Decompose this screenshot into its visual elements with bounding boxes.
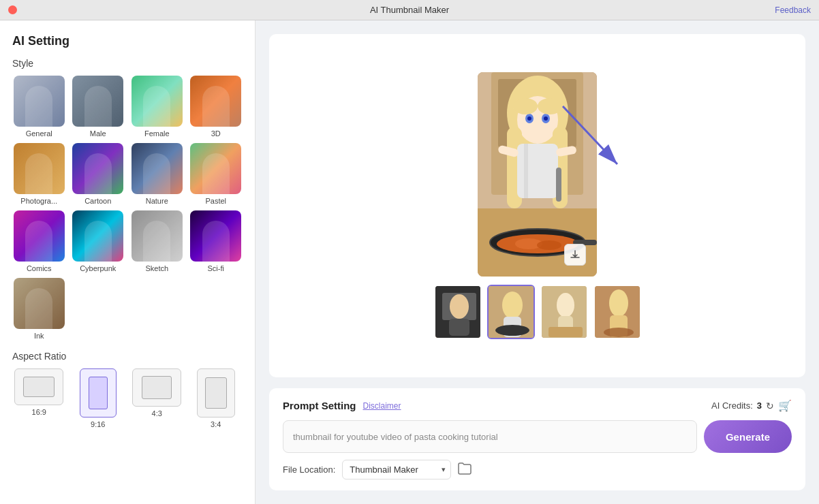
style-img-cartoon <box>72 143 123 194</box>
aspect-section-label: Aspect Ratio <box>12 351 243 362</box>
prompt-input[interactable] <box>283 420 697 453</box>
style-item-scifi[interactable]: Sci-fi <box>189 210 243 272</box>
style-label-cartoon: Cartoon <box>84 197 111 205</box>
aspect-item-16-9[interactable]: 16:9 <box>12 368 66 428</box>
style-item-3d[interactable]: 3D <box>189 76 243 138</box>
feedback-link[interactable]: Feedback <box>775 5 811 15</box>
style-img-cyberpunk <box>72 210 123 262</box>
style-item-ink[interactable]: Ink <box>12 278 66 340</box>
aspect-ratio-section: Aspect Ratio 16:9 9:16 <box>12 351 243 428</box>
download-button[interactable] <box>564 244 586 266</box>
aspect-inner-4-3 <box>142 376 172 399</box>
generate-button[interactable]: Generate <box>704 420 792 453</box>
aspect-inner-9-16 <box>89 377 108 409</box>
style-label-nature: Nature <box>146 197 168 205</box>
file-location-label: File Location: <box>283 464 335 475</box>
prompt-title-group: Prompt Setting Disclaimer <box>283 400 401 411</box>
svg-point-18 <box>538 98 562 114</box>
app-title: AI Thumbnail Maker <box>370 5 449 15</box>
aspect-label-3-4: 3:4 <box>211 420 221 428</box>
aspect-box-4-3 <box>132 368 181 407</box>
aspect-box-3-4 <box>197 368 235 418</box>
main-image-container <box>478 72 597 277</box>
file-location-select-wrapper: Thumbnail Maker Desktop Documents Downlo… <box>342 460 451 479</box>
credits-group: AI Credits: 3 ↻ 🛒 <box>711 399 792 412</box>
thumb-img-1 <box>435 286 480 338</box>
style-label-comics: Comics <box>27 264 52 272</box>
bottom-panel: Prompt Setting Disclaimer AI Credits: 3 … <box>269 388 805 490</box>
sidebar: AI Setting Style General Male Female 3D <box>0 20 256 504</box>
svg-point-14 <box>544 116 548 121</box>
credits-label: AI Credits: <box>711 400 753 411</box>
refresh-icon[interactable]: ↻ <box>766 400 774 411</box>
sidebar-title: AI Setting <box>12 34 243 48</box>
style-img-sketch <box>132 210 183 262</box>
style-item-cyberpunk[interactable]: Cyberpunk <box>72 210 125 272</box>
style-img-ink <box>14 278 65 329</box>
style-label-male: Male <box>90 129 106 138</box>
style-item-pastel[interactable]: Pastel <box>189 143 243 205</box>
credits-count: 3 <box>757 400 762 411</box>
style-label-ink: Ink <box>34 332 44 340</box>
style-grid: General Male Female 3D Photogra... <box>12 76 243 340</box>
style-img-3d <box>190 76 241 127</box>
style-label-photography: Photogra... <box>20 197 57 205</box>
svg-rect-19 <box>517 144 558 198</box>
style-item-sketch[interactable]: Sketch <box>130 210 184 272</box>
svg-point-7 <box>537 240 561 250</box>
aspect-label-9-16: 9:16 <box>91 420 105 428</box>
style-item-male[interactable]: Male <box>72 76 125 138</box>
aspect-inner-16-9 <box>23 377 55 397</box>
disclaimer-link[interactable]: Disclaimer <box>363 401 401 411</box>
style-item-cartoon[interactable]: Cartoon <box>72 143 125 205</box>
svg-point-35 <box>557 293 574 317</box>
prompt-header: Prompt Setting Disclaimer AI Credits: 3 … <box>283 399 792 412</box>
thumb-img-2 <box>489 286 534 338</box>
aspect-grid: 16:9 9:16 4:3 <box>12 368 243 428</box>
svg-point-31 <box>502 292 523 319</box>
svg-point-13 <box>527 116 531 121</box>
svg-rect-29 <box>449 319 469 336</box>
titlebar: AI Thumbnail Maker Feedback <box>0 0 819 20</box>
style-img-photography <box>14 143 65 194</box>
style-label-sketch: Sketch <box>145 264 168 272</box>
style-label-female: Female <box>144 129 170 138</box>
thumbnail-1[interactable] <box>434 285 482 339</box>
style-label-general: General <box>26 129 52 138</box>
style-img-pastel <box>190 143 241 194</box>
svg-point-41 <box>604 328 634 337</box>
style-img-scifi <box>190 210 241 262</box>
style-section-label: Style <box>12 58 243 69</box>
thumbnail-3[interactable] <box>540 285 588 339</box>
aspect-label-16-9: 16:9 <box>32 408 46 416</box>
close-button[interactable] <box>8 5 17 14</box>
thumbnail-4[interactable] <box>593 285 641 339</box>
svg-point-33 <box>495 325 529 336</box>
aspect-box-9-16 <box>80 368 117 418</box>
file-location-select[interactable]: Thumbnail Maker Desktop Documents Downlo… <box>342 460 451 479</box>
content-area: Prompt Setting Disclaimer AI Credits: 3 … <box>256 20 819 504</box>
svg-point-17 <box>513 98 538 114</box>
aspect-item-4-3[interactable]: 4:3 <box>130 368 184 428</box>
style-item-photography[interactable]: Photogra... <box>12 143 66 205</box>
aspect-item-3-4[interactable]: 3:4 <box>189 368 243 428</box>
style-label-3d: 3D <box>211 129 221 138</box>
style-img-comics <box>14 210 65 262</box>
thumbnail-strip <box>434 285 641 339</box>
file-location-row: File Location: Thumbnail Maker Desktop D… <box>283 460 792 479</box>
style-item-comics[interactable]: Comics <box>12 210 66 272</box>
style-img-female <box>132 76 183 127</box>
thumbnail-2[interactable] <box>487 285 535 339</box>
svg-rect-20 <box>524 144 528 198</box>
style-item-female[interactable]: Female <box>130 76 184 138</box>
main-layout: AI Setting Style General Male Female 3D <box>0 20 819 504</box>
folder-icon[interactable] <box>458 462 472 477</box>
style-label-scifi: Sci-fi <box>208 264 224 272</box>
aspect-item-9-16[interactable]: 9:16 <box>72 368 125 428</box>
prompt-setting-title: Prompt Setting <box>283 400 356 411</box>
style-item-nature[interactable]: Nature <box>130 143 184 205</box>
cart-icon[interactable]: 🛒 <box>778 399 792 412</box>
style-item-general[interactable]: General <box>12 76 66 138</box>
svg-point-39 <box>609 289 628 317</box>
main-generated-image <box>478 72 597 277</box>
